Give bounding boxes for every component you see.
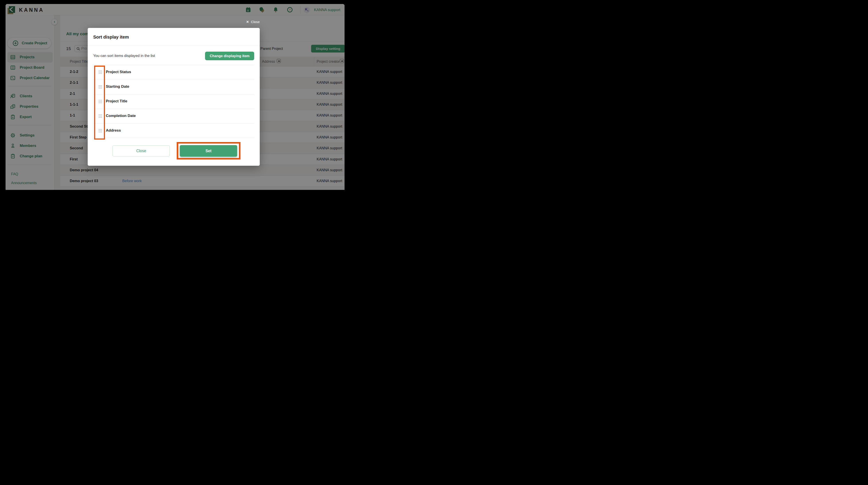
sort-item-label: Completion Date <box>106 114 136 118</box>
overlay-close-label: Close <box>251 20 260 24</box>
drag-handle-icon[interactable] <box>98 71 102 75</box>
sort-item-starting-date[interactable]: Starting Date <box>93 80 254 94</box>
modal-set-button[interactable]: Set <box>180 145 237 156</box>
divider <box>88 46 260 46</box>
sort-item-project-status[interactable]: Project Status <box>93 65 254 80</box>
modal-subtitle: You can sort items displayed in the list <box>93 54 155 58</box>
change-displaying-item-button[interactable]: Change displaying item <box>205 52 254 60</box>
close-icon: ✕ <box>246 20 249 24</box>
modal-close-button[interactable]: Close <box>113 145 170 156</box>
overlay-close-button[interactable]: ✕Close <box>246 20 260 24</box>
sort-display-item-modal: Sort display item You can sort items dis… <box>88 28 260 166</box>
sort-item-completion-date[interactable]: Completion Date <box>93 109 254 123</box>
sort-item-label: Project Title <box>106 99 127 104</box>
sort-item-project-title[interactable]: Project Title <box>93 94 254 109</box>
drag-handle-icon[interactable] <box>98 115 102 118</box>
sort-item-label: Address <box>106 128 121 133</box>
drag-handle-icon[interactable] <box>98 129 102 133</box>
sort-item-label: Starting Date <box>106 84 129 89</box>
drag-handle-icon[interactable] <box>98 100 102 104</box>
sort-item-label: Project Status <box>106 70 131 74</box>
sort-item-address[interactable]: Address <box>93 123 254 138</box>
modal-title: Sort display item <box>93 34 129 40</box>
screenshot-canvas: KANNA ? K s KANNA suppo <box>0 0 347 194</box>
drag-handle-icon[interactable] <box>98 85 102 89</box>
app-window: KANNA ? K s KANNA suppo <box>5 4 345 190</box>
